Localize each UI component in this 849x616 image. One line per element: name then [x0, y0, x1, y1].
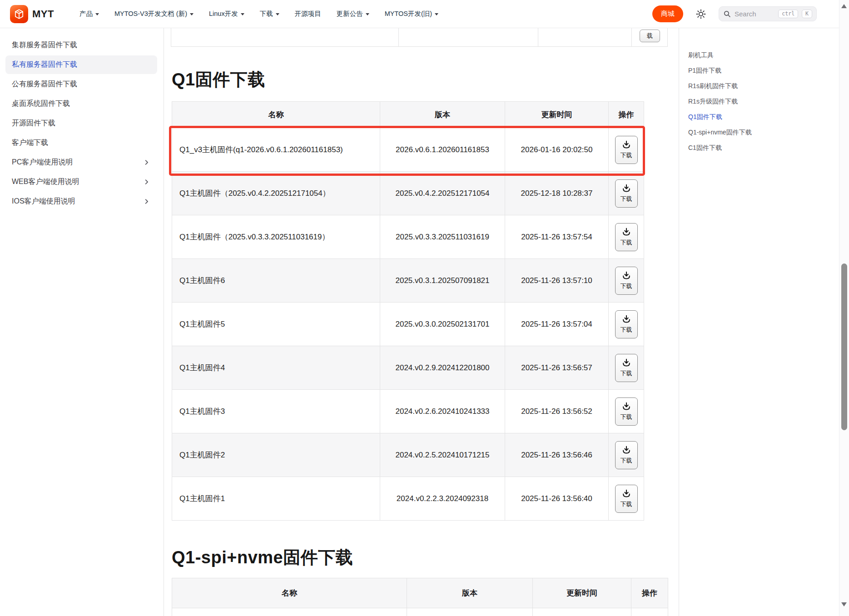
toc-item[interactable]: R1s刷机固件下载 [688, 79, 834, 94]
firmware-ops-cell: 下载 [609, 390, 644, 433]
scroll-down-arrow-icon[interactable] [841, 602, 847, 606]
nav-menu-item[interactable]: Linux开发 [209, 10, 244, 18]
firmware-version-cell: 2026.v0.6.1.202601161853 [380, 128, 505, 172]
toc-item-label: C1固件下载 [688, 144, 722, 152]
firmware-table-row: Q1主机固件6 2025.v0.3.1.202507091821 2025-11… [172, 259, 644, 303]
q1-spi-nvme-firmware-table: 名称 版本 更新时间 操作 [172, 578, 668, 616]
search-icon [723, 10, 731, 18]
col-header-version: 版本 [407, 578, 533, 608]
firmware-version-cell: 2025.v0.4.2.202512171054 [380, 172, 505, 215]
download-icon [621, 314, 631, 324]
chevron-down-icon [276, 13, 279, 15]
download-button[interactable]: 下载 [615, 441, 638, 469]
table-header-row: 名称 版本 更新时间 操作 [172, 102, 644, 128]
download-button[interactable]: 下载 [615, 267, 638, 295]
download-button[interactable]: 下载 [615, 310, 638, 338]
section-title-q1-spi-nvme: Q1-spi+nvme固件下载 [172, 546, 353, 569]
firmware-updated-cell: 2025-12-18 10:28:37 [505, 172, 609, 215]
firmware-table-row: Q1主机固件（2025.v0.3.3.202511031619） 2025.v0… [172, 215, 644, 259]
download-button[interactable]: 下载 [615, 223, 638, 251]
toc-item[interactable]: R1s升级固件下载 [688, 94, 834, 109]
download-button[interactable]: 下载 [615, 485, 638, 513]
download-button[interactable]: 下载 [615, 354, 638, 382]
toc-divider [679, 28, 679, 616]
firmware-version-cell: 2024.v0.2.2.3.2024092318 [380, 477, 505, 521]
nav-menu-item[interactable]: 产品 [79, 10, 99, 18]
nav-right: 商城 Search ctrl K [652, 5, 817, 22]
col-header-ops: 操作 [631, 578, 668, 608]
nav-item-label: Linux开发 [209, 10, 238, 18]
sidebar-item-label: 私有服务器固件下载 [12, 60, 77, 70]
sidebar-item[interactable]: 公有服务器固件下载 [5, 75, 157, 94]
sidebar-item[interactable]: 客户端下载 [5, 134, 157, 152]
brand-home-link[interactable]: MYT [10, 5, 54, 23]
download-button-label: 下载 [621, 413, 632, 421]
download-icon [621, 445, 631, 455]
sidebar-item-label: PC客户端使用说明 [12, 158, 73, 167]
nav-menu-item[interactable]: 下载 [260, 10, 279, 18]
toc-item[interactable]: Q1-spi+nvme固件下载 [688, 125, 834, 140]
firmware-version-cell: 2025.v0.3.1.202507091821 [380, 259, 505, 303]
firmware-name-cell: Q1主机固件2 [172, 433, 380, 477]
scroll-up-arrow-icon[interactable] [841, 4, 847, 8]
sidebar-item[interactable]: 开源固件下载 [5, 114, 157, 133]
brand-name: MYT [32, 8, 54, 20]
nav-menu-item[interactable]: 开源项目 [295, 10, 321, 18]
sidebar-item[interactable]: 私有服务器固件下载 [5, 55, 157, 74]
chevron-down-icon [435, 13, 438, 15]
table-header-row: 名称 版本 更新时间 操作 [172, 578, 668, 608]
search-placeholder: Search [735, 10, 775, 18]
nav-menu-item[interactable]: MYTOS-V3开发文档 (新) [114, 10, 194, 18]
firmware-table-row: Q1_v3主机固件(q1-2026.v0.6.1.202601161853) 2… [172, 128, 644, 172]
sidebar-item-label: 客户端下载 [12, 138, 48, 148]
table-row-partial [172, 608, 668, 616]
firmware-version-cell: 2024.v0.2.6.202410241333 [380, 390, 505, 433]
myt-logo-icon [10, 5, 28, 23]
toc-item[interactable]: C1固件下载 [688, 140, 834, 156]
sidebar-item-label: 开源固件下载 [12, 119, 55, 128]
sidebar-item-label: 集群服务器固件下载 [12, 40, 77, 50]
theme-toggle-sun-icon[interactable] [695, 9, 706, 20]
download-button-label: 下载 [621, 238, 632, 247]
download-button-fragment[interactable]: 载 [640, 30, 660, 42]
firmware-name-cell: Q1主机固件（2025.v0.3.3.202511031619） [172, 215, 380, 259]
download-button[interactable]: 下载 [615, 179, 638, 208]
firmware-name-cell: Q1主机固件5 [172, 303, 380, 346]
firmware-updated-cell: 2025-11-26 13:56:46 [505, 433, 609, 477]
store-button[interactable]: 商城 [652, 5, 683, 22]
firmware-updated-cell: 2025-11-26 13:56:52 [505, 390, 609, 433]
firmware-name-cell: Q1主机固件3 [172, 390, 380, 433]
sidebar-item[interactable]: WEB客户端使用说明 [5, 173, 157, 191]
firmware-ops-cell: 下载 [609, 172, 644, 215]
download-icon [621, 358, 631, 368]
sidebar-item[interactable]: 集群服务器固件下载 [5, 36, 157, 55]
toc-item[interactable]: Q1固件下载 [688, 109, 834, 125]
previous-table-fragment: 载 [171, 28, 668, 47]
toc-item-label: P1固件下载 [688, 67, 721, 75]
download-button-label: 下载 [621, 282, 632, 290]
firmware-name-cell: Q1主机固件1 [172, 477, 380, 521]
sidebar-item[interactable]: PC客户端使用说明 [5, 153, 157, 172]
sidebar-item[interactable]: 桌面系统固件下载 [5, 94, 157, 113]
vertical-scrollbar[interactable] [839, 0, 849, 616]
chevron-right-icon [143, 179, 150, 185]
nav-item-label: MYTOS开发(旧) [385, 10, 432, 18]
toc-item[interactable]: P1固件下载 [688, 63, 834, 79]
toc-item[interactable]: 刷机工具 [688, 48, 834, 63]
section-title-q1: Q1固件下载 [172, 68, 265, 91]
firmware-updated-cell: 2025-11-26 13:56:40 [505, 477, 609, 521]
sidebar-item-label: IOS客户端使用说明 [12, 197, 75, 206]
sidebar-item[interactable]: IOS客户端使用说明 [5, 192, 157, 211]
download-button[interactable]: 下载 [615, 136, 638, 164]
search-input[interactable]: Search ctrl K [719, 6, 817, 21]
scrollbar-thumb[interactable] [841, 263, 847, 430]
chevron-down-icon [95, 13, 99, 15]
nav-menu-item[interactable]: MYTOS开发(旧) [385, 10, 438, 18]
nav-menu: 产品 MYTOS-V3开发文档 (新) Linux开发 下载 开源项目 更新公告… [79, 10, 652, 18]
nav-menu-item[interactable]: 更新公告 [337, 10, 369, 18]
download-button[interactable]: 下载 [615, 397, 638, 426]
key-ctrl: ctrl [778, 10, 798, 19]
firmware-ops-cell: 下载 [609, 128, 644, 172]
firmware-ops-cell: 下载 [609, 433, 644, 477]
sidebar-item-label: WEB客户端使用说明 [12, 177, 79, 187]
